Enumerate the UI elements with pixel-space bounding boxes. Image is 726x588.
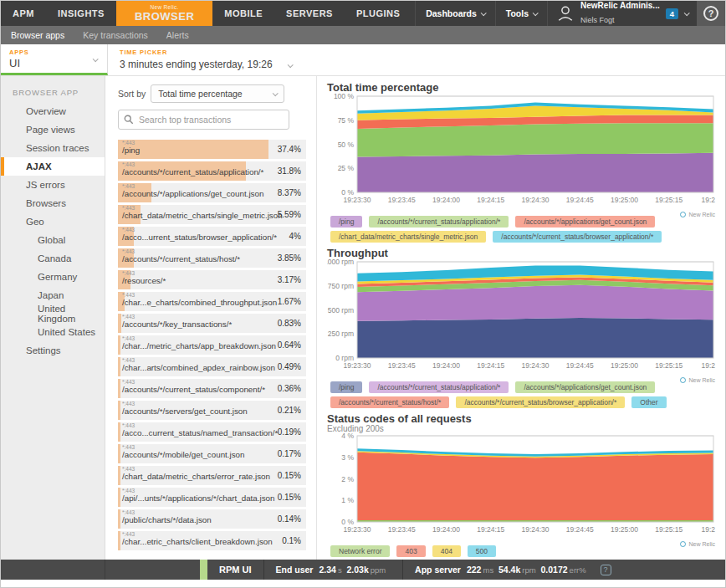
transaction-percent: 0.15% bbox=[278, 471, 301, 480]
tools-menu[interactable]: Tools bbox=[495, 1, 547, 26]
sidebar-item-overview[interactable]: Overview bbox=[1, 102, 105, 120]
legend-chip[interactable]: 403 bbox=[396, 545, 425, 557]
transaction-row[interactable]: *:443/chart_data/metric_charts/error_rat… bbox=[118, 466, 306, 485]
subnav-item-alerts[interactable]: Alerts bbox=[166, 30, 189, 40]
legend-chip[interactable]: /accounts/*/current_status/application/* bbox=[369, 216, 509, 228]
transaction-row[interactable]: *:443/accounts/*/current_status/host/*3.… bbox=[118, 248, 306, 268]
legend-chip[interactable]: 404 bbox=[432, 545, 461, 557]
new-relic-watermark: New Relic bbox=[680, 541, 715, 547]
sidebar-item-page-views[interactable]: Page views bbox=[1, 120, 105, 139]
transaction-row[interactable]: *:443/acco...current_status/named_transa… bbox=[118, 422, 306, 442]
help-button[interactable]: ? bbox=[697, 1, 725, 26]
transaction-row[interactable]: *:443/api/...unts/*/applications/*/chart… bbox=[118, 488, 306, 507]
transaction-row[interactable]: *:443/char.../metric_charts/app_breakdow… bbox=[118, 335, 306, 355]
apps-picker[interactable]: APPS UI bbox=[1, 44, 108, 75]
transaction-row[interactable]: *:443/char...arts/combined_apdex_rainbow… bbox=[118, 357, 306, 376]
legend-chip[interactable]: /accounts/*/current_status/application/* bbox=[369, 381, 509, 393]
area-series bbox=[357, 453, 713, 520]
sidebar-item-ajax[interactable]: AJAX bbox=[1, 157, 105, 176]
dashboards-menu[interactable]: Dashboards bbox=[415, 1, 495, 26]
subnav-item-browser-apps[interactable]: Browser apps bbox=[11, 30, 64, 40]
legend-chip[interactable]: /accounts/*/current_status/browser_appli… bbox=[493, 231, 662, 243]
sidebar-item-js-errors[interactable]: JS errors bbox=[1, 176, 105, 194]
sidebar-item-united-kingdom[interactable]: United Kingdom bbox=[1, 304, 105, 323]
transaction-path: /char...arts/combined_apdex_rainbow.json bbox=[122, 364, 275, 372]
sidebar-item-settings[interactable]: Settings bbox=[1, 341, 105, 360]
transaction-row[interactable]: *:443/char...e_charts/combined_throughpu… bbox=[118, 292, 306, 311]
svg-text:4 %: 4 % bbox=[341, 433, 354, 440]
chart-legend: Network error403404500 bbox=[327, 545, 718, 557]
legend-chip[interactable]: /ping bbox=[330, 381, 362, 393]
metric-unit: ms bbox=[483, 565, 493, 575]
svg-text:19:24:45: 19:24:45 bbox=[566, 196, 594, 204]
transaction-row[interactable]: *:443/acco...urrent_status/browser_appli… bbox=[118, 227, 306, 246]
nav-item-plugins[interactable]: PLUGINS bbox=[345, 1, 412, 26]
transaction-name: *:443/acco...urrent_status/browser_appli… bbox=[122, 228, 277, 242]
svg-text:19:24:45: 19:24:45 bbox=[566, 525, 594, 534]
legend-chip[interactable]: 500 bbox=[468, 545, 496, 557]
transaction-name: *:443/accounts/*/current_status/applicat… bbox=[122, 162, 263, 176]
transaction-bar bbox=[118, 379, 120, 398]
statusbar-app-link[interactable]: RPM UI bbox=[207, 565, 263, 575]
transaction-row[interactable]: *:443/char...etric_charts/client_breakdo… bbox=[118, 531, 306, 550]
sidebar-item-geo[interactable]: Geo bbox=[1, 212, 105, 231]
brand-small-label: New Relic. bbox=[151, 5, 179, 11]
notification-badge[interactable]: 4 bbox=[666, 8, 678, 19]
sidebar-item-germany[interactable]: Germany bbox=[1, 268, 105, 286]
transaction-row[interactable]: *:443/public/charts/*/data.json0.14% bbox=[118, 509, 306, 529]
transaction-row[interactable]: *:443/accounts/*/current_status/componen… bbox=[118, 379, 306, 398]
legend-chip[interactable]: /ping bbox=[330, 216, 362, 228]
transaction-row[interactable]: *:443/chart_data/metric_charts/single_me… bbox=[118, 205, 306, 224]
search-input[interactable] bbox=[118, 110, 289, 130]
transaction-name: *:443/chart_data/metric_charts/error_rat… bbox=[122, 467, 270, 481]
nav-item-browser[interactable]: New Relic.BROWSER bbox=[116, 1, 212, 26]
transaction-row[interactable]: *:443/accounts/*/servers/get_count.json0… bbox=[118, 401, 306, 420]
legend-chip[interactable]: Other bbox=[631, 396, 666, 408]
sort-by-label: Sort by bbox=[118, 89, 146, 99]
legend-chip[interactable]: /chart_data/metric_charts/single_metric.… bbox=[330, 231, 486, 243]
user-menu[interactable]: NewRelic Adminis... Niels Fogt 4 bbox=[547, 1, 697, 26]
time-picker[interactable]: TIME PICKER 3 minutes ending yesterday, … bbox=[108, 44, 292, 75]
new-relic-logo-icon bbox=[680, 377, 686, 383]
legend-chip[interactable]: /accounts/*/applications/get_count.json bbox=[515, 381, 655, 393]
statusbar-help-icon[interactable]: ? bbox=[601, 565, 611, 575]
legend-chip[interactable]: /accounts/*/current_status/browser_appli… bbox=[456, 396, 625, 408]
svg-text:500 rpm: 500 rpm bbox=[328, 306, 354, 314]
transaction-row[interactable]: *:443/ping37.4% bbox=[118, 140, 306, 159]
subnav-item-key-transactions[interactable]: Key transactions bbox=[83, 30, 148, 40]
nav-item-servers[interactable]: SERVERS bbox=[274, 1, 345, 26]
legend-chip[interactable]: Network error bbox=[330, 545, 390, 557]
legend-chip[interactable]: /accounts/*/current_status/host/* bbox=[330, 396, 449, 408]
nav-item-mobile[interactable]: MOBILE bbox=[212, 1, 274, 26]
metric-value: 222 bbox=[467, 565, 482, 575]
transaction-bar bbox=[118, 531, 120, 550]
metric-unit: ppm bbox=[371, 565, 386, 575]
transaction-name: *:443/public/charts/*/data.json bbox=[122, 510, 212, 524]
nav-item-apm[interactable]: APM bbox=[1, 1, 46, 26]
sidebar-item-japan[interactable]: Japan bbox=[1, 286, 105, 304]
legend-chip[interactable]: /accounts/*/applications/get_count.json bbox=[515, 216, 655, 228]
transaction-name: *:443/char...arts/combined_apdex_rainbow… bbox=[122, 358, 275, 372]
watermark-label: New Relic bbox=[688, 212, 715, 217]
new-relic-browser-page: APMINSIGHTSNew Relic.BROWSERMOBILESERVER… bbox=[0, 0, 726, 588]
sidebar-item-session-traces[interactable]: Session traces bbox=[1, 139, 105, 157]
transaction-row[interactable]: *:443/accounts/*/key_transactions/*0.83% bbox=[118, 314, 306, 333]
transaction-row[interactable]: *:443/accounts/*/applications/get_count.… bbox=[118, 183, 306, 202]
nav-item-insights[interactable]: INSIGHTS bbox=[46, 1, 116, 26]
transaction-row[interactable]: *:443/accounts/*/mobile/get_count.json0.… bbox=[118, 444, 306, 463]
transaction-path: /public/charts/*/data.json bbox=[122, 516, 212, 524]
transaction-row[interactable]: *:443/accounts/*/current_status/applicat… bbox=[118, 161, 306, 181]
chart-subtitle: Excluding 200s bbox=[327, 424, 718, 433]
sidebar-item-united-states[interactable]: United States bbox=[1, 323, 105, 341]
sidebar-item-global[interactable]: Global bbox=[1, 231, 105, 249]
sidebar-item-canada[interactable]: Canada bbox=[1, 249, 105, 268]
transaction-row[interactable]: *:443/resources/*3.17% bbox=[118, 270, 306, 289]
sidebar-item-browsers[interactable]: Browsers bbox=[1, 194, 105, 212]
end-user-metrics: End user 2.34s 2.03kppm bbox=[264, 565, 403, 575]
svg-text:50 %: 50 % bbox=[338, 141, 355, 149]
metric-unit: rpm bbox=[522, 565, 535, 575]
new-relic-logo-icon bbox=[680, 541, 686, 547]
transaction-percent: 0.17% bbox=[278, 449, 301, 458]
sort-select[interactable]: Total time percentage bbox=[151, 84, 284, 103]
transaction-name: *:443/accounts/*/current_status/componen… bbox=[122, 380, 265, 394]
